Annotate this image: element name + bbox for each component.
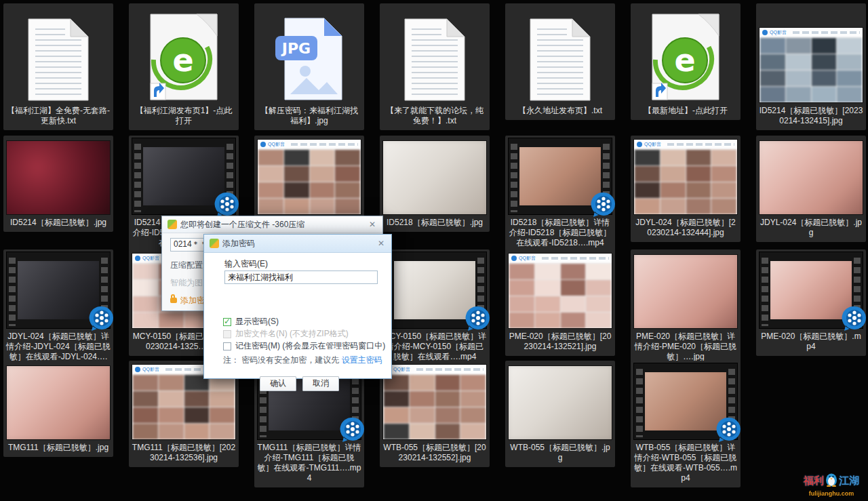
file-icon-area: QQ影音 [505, 252, 615, 328]
file-tile[interactable]: ID5214［标题已脱敏］.jpg [3, 136, 113, 232]
file-label: 【永久地址发布页】.txt [505, 106, 615, 116]
qq-player-badge-icon [88, 305, 115, 332]
confirm-button[interactable]: 确认 [260, 376, 296, 391]
checkbox-icon [223, 318, 231, 326]
penguin-mascot-icon [825, 472, 837, 489]
file-label: WTB-055［标题已脱敏］详情介绍-WTB-055［标题已脱敏］在线观看-WT… [631, 443, 741, 483]
image-thumbnail-redacted: QQ影音 [760, 28, 863, 102]
video-thumbnail-redacted [634, 363, 737, 439]
qq-player-logo-icon [762, 30, 768, 35]
file-tile[interactable]: ID5218［标题已脱敏］.jpg [380, 136, 490, 232]
file-icon-area [380, 138, 490, 214]
file-tile[interactable]: e 【最新地址】-点此打开 [631, 3, 741, 120]
file-icon-area [505, 363, 615, 439]
text-file-icon [402, 17, 467, 102]
thumbnail-header-text [542, 257, 609, 260]
file-label: JDYL-024［标题已脱敏］.jpg [756, 218, 866, 238]
password-input[interactable] [224, 270, 378, 284]
file-label: 【解压密码：来福利江湖找福利】.jpg [254, 106, 364, 126]
file-tile[interactable]: QQ影音 JDYL-024［标题已脱敏］[20230214-132444].jp… [631, 136, 741, 242]
thumbnail-header-text [291, 143, 358, 146]
file-label: PME-020［标题已脱敏］详情介绍-PME-020［标题已脱敏］….jpg [631, 332, 741, 362]
qq-player-badge-icon [214, 191, 241, 218]
qq-player-badge-icon [465, 305, 492, 332]
close-icon[interactable]: ✕ [376, 239, 386, 248]
image-thumbnail-redacted [634, 255, 737, 328]
qq-player-badge-icon [339, 416, 366, 443]
file-label: JDYL-024［标题已脱敏］[20230214-132444].jpg [631, 218, 741, 238]
svg-text:JPG: JPG [281, 40, 311, 57]
file-tile[interactable]: TMG111［标题已脱敏］.jpg [3, 361, 113, 457]
file-tile[interactable]: 【福利江湖】全免费-无套路-更新快.txt [3, 3, 113, 130]
file-tile[interactable]: 【永久地址发布页】.txt [505, 3, 615, 120]
file-label: TMG111［标题已脱敏］详情介绍-TMG111［标题已脱敏］在线观看-TMG1… [254, 443, 364, 483]
image-thumbnail-redacted [509, 366, 612, 439]
file-icon-area [631, 252, 741, 328]
file-icon-area: QQ影音 [631, 138, 741, 214]
thumbnail-header-text [793, 31, 860, 34]
file-tile[interactable]: QQ影音 ID5214［标题已脱敏］[20230214-132415].jpg [756, 3, 866, 130]
file-label: 【最新地址】-点此打开 [631, 106, 741, 116]
file-icon-area: JPG [254, 6, 364, 102]
file-icon-area: QQ影音 [254, 138, 364, 214]
file-tile[interactable]: ID5218［标题已脱敏］详情介绍-ID5218［标题已脱敏］在线观看-ID52… [505, 136, 615, 252]
file-tile[interactable]: WTB-055［标题已脱敏］.jpg [505, 361, 615, 467]
file-tile[interactable]: e 【福利江湖发布页1】-点此打开 [129, 3, 239, 130]
file-tile[interactable]: JPG 【解压密码：来福利江湖找福利】.jpg [254, 3, 364, 130]
file-label: PME-020［标题已脱敏］.mp4 [756, 332, 866, 352]
qq-player-logo-text: QQ影音 [519, 255, 536, 262]
dialog-titlebar[interactable]: 添加密码 ✕ [204, 235, 391, 253]
close-icon[interactable]: ✕ [368, 220, 377, 229]
360zip-icon [167, 220, 177, 229]
file-tile[interactable]: PME-020［标题已脱敏］.mp4 [756, 249, 866, 356]
file-label: 【福利江湖发布页1】-点此打开 [129, 106, 239, 126]
add-password-body: 输入密码(E) 显示密码(S) 加密文件名(N) (不支持ZIP格式) 记住密码… [204, 253, 391, 380]
cancel-button[interactable]: 取消 [302, 376, 339, 391]
qq-player-badge-icon [590, 191, 617, 218]
file-tile[interactable]: QQ影音 PME-020［标题已脱敏］[20230214-132521].jpg [505, 249, 615, 356]
file-tile[interactable]: WTB-055［标题已脱敏］详情介绍-WTB-055［标题已脱敏］在线观看-WT… [631, 361, 741, 487]
add-password-icon [210, 239, 219, 248]
file-tile[interactable]: 【来了就能下载的论坛，纯免费！】.txt [380, 3, 490, 130]
file-label: ID5218［标题已脱敏］.jpg [380, 218, 490, 228]
file-tile[interactable]: JDYL-024［标题已脱敏］.jpg [756, 136, 866, 242]
add-password-dialog: 添加密码 ✕ 输入密码(E) 显示密码(S) 加密文件名(N) (不支持ZIP格… [203, 234, 392, 379]
thumbnail-header-text [667, 143, 734, 146]
file-icon-area [631, 363, 741, 439]
image-thumbnail-redacted [383, 141, 486, 214]
file-tile[interactable]: PME-020［标题已脱敏］详情介绍-PME-020［标题已脱敏］….jpg [631, 249, 741, 366]
file-icon-area [380, 6, 490, 102]
show-password-checkbox[interactable]: 显示密码(S) [223, 316, 279, 327]
site-watermark: 福利 江湖 fulijianghu.com [799, 472, 864, 497]
file-icon-area [3, 6, 113, 102]
dialog-titlebar[interactable]: 您即将创建一个压缩文件 -360压缩 ✕ [162, 216, 382, 233]
file-tile[interactable]: QQ影音 WTB-055［标题已脱敏］[20230214-132552].jpg [380, 361, 490, 467]
set-master-password-link[interactable]: 设置主密码 [342, 355, 382, 365]
image-thumbnail-redacted: QQ影音 [383, 365, 486, 439]
penguin-mascot-icon [825, 472, 837, 487]
file-icon-area [3, 363, 113, 439]
checkbox-icon [223, 330, 231, 338]
create-archive-title: 您即将创建一个压缩文件 -360压缩 [180, 219, 364, 231]
file-tile[interactable]: JDYL-024［标题已脱敏］详情介绍-JDYL-024［标题已脱敏］在线观看-… [3, 249, 113, 376]
file-icon-area [505, 138, 615, 214]
image-thumbnail-redacted [7, 366, 110, 439]
file-tile[interactable]: MCY-0150［标题已脱敏］详情介绍-MCY-0150［标题已脱敏］在线观看…… [380, 249, 490, 366]
qq-player-badge-icon [715, 416, 743, 443]
file-icon-area [505, 6, 615, 102]
file-label: 【福利江湖】全免费-无套路-更新快.txt [3, 106, 113, 126]
watermark-text-left: 福利 [804, 475, 824, 487]
file-icon-area: QQ影音 [380, 363, 490, 439]
file-label: WTB-055［标题已脱敏］.jpg [505, 443, 615, 463]
qq-player-logo-text: QQ影音 [268, 141, 285, 148]
password-label: 输入密码(E) [224, 258, 268, 270]
file-label: WTB-055［标题已脱敏］[20230214-132552].jpg [380, 443, 490, 463]
remember-password-checkbox[interactable]: 记住密码(M) (将会显示在管理密码窗口中) [223, 340, 385, 352]
watermark-text-right: 江湖 [839, 475, 859, 487]
file-icon-area [756, 252, 866, 328]
image-thumbnail-redacted [7, 141, 110, 214]
lock-icon [170, 298, 177, 303]
thumbnail-header-text [416, 368, 484, 371]
file-label: ID5214［标题已脱敏］.jpg [3, 218, 113, 228]
browser-shortcut-icon: e [144, 12, 224, 102]
